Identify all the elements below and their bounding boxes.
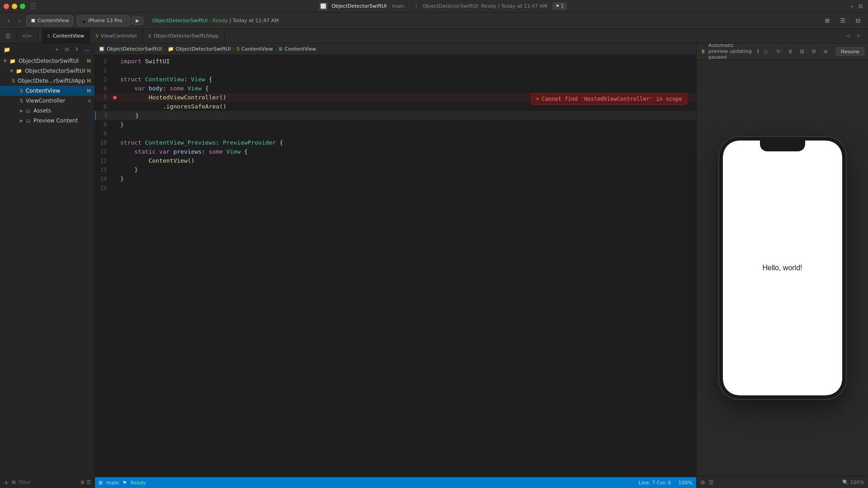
code-line-14: 14 } — [95, 174, 696, 183]
sidebar-add-btn[interactable]: + — [53, 46, 61, 54]
code-container[interactable]: 1 import SwiftUI 2 3 struct ContentView:… — [95, 55, 696, 477]
preview-panel: ⏸ Automatic preview updating paused ℹ ▷ … — [696, 43, 868, 488]
code-line-2: 2 — [95, 66, 696, 75]
resume-button[interactable]: Resume — [836, 47, 864, 56]
preview-list-icon[interactable]: ☰ — [709, 479, 714, 486]
code-line-12: 12 ContentView() — [95, 156, 696, 165]
minimize-button[interactable] — [12, 4, 17, 9]
tree-item-app[interactable]: S ObjectDete...rSwiftUIApp M — [0, 76, 94, 86]
info-icon: ℹ — [757, 48, 759, 54]
more-icon[interactable]: ≡ — [821, 47, 830, 56]
preview-pause-icon: ⏸ — [700, 48, 706, 55]
preview-settings-icon[interactable]: ⚙ — [700, 479, 705, 486]
debug-button[interactable]: ⊟ — [852, 15, 864, 26]
build-status: ObjectDetectorSwiftUI : Ready | Today at… — [152, 18, 279, 23]
collapse-arrow2: ▼ — [10, 69, 13, 73]
tab-app[interactable]: S ObjectDetectorSwiftUIApp — [143, 29, 224, 43]
project-name: ObjectDetectorSwiftUI — [331, 3, 387, 9]
badge-m2: M — [87, 69, 91, 74]
breadcrumb-symbol: ContentView — [284, 46, 316, 52]
code-editor[interactable]: 1 import SwiftUI 2 3 struct ContentView:… — [95, 55, 696, 477]
preview-toolbar: ⏸ Automatic preview updating paused ℹ ▷ … — [697, 43, 868, 60]
breadcrumb-folder-icon: 📁 — [168, 46, 174, 52]
tree-item-objectdetectorsuite[interactable]: ▼ 📁 ObjectDetectorSwiftUI M — [0, 66, 94, 76]
breadcrumb-sep1: › — [164, 46, 165, 52]
preview-icon[interactable]: ▷ — [762, 47, 772, 56]
preview-status: Automatic preview updating paused — [708, 43, 755, 60]
split-view-button[interactable]: ⧉ — [859, 3, 863, 10]
add-file-icon[interactable]: + — [4, 479, 9, 486]
code-line-7: 7 } — [95, 111, 696, 120]
expand-arrow2: ▶ — [20, 118, 23, 123]
badge-m3: M — [87, 79, 91, 84]
assets-icon: 🗂 — [26, 108, 31, 114]
sidebar-toggle[interactable]: ☰ — [0, 29, 17, 43]
breadcrumb: 🔲 ObjectDetectorSwiftUI › 📁 ObjectDetect… — [95, 43, 696, 55]
breadcrumb-proj: ObjectDetectorSwiftUI — [107, 46, 162, 52]
tab-contentview[interactable]: S ContentView — [42, 29, 90, 43]
tree-item-assets[interactable]: ▶ 🗂 Assets — [0, 106, 94, 116]
breadcrumb-file-icon: S — [236, 46, 240, 52]
cursor-position: Line: 7 Col: 6 — [638, 480, 671, 486]
tree-item-contentview[interactable]: S ContentView M — [0, 86, 94, 96]
pause-icon[interactable]: ⏸ — [785, 47, 795, 56]
title-bar: ☰ 🔲 ObjectDetectorSwiftUI › main | Objec… — [0, 0, 868, 13]
tree-item-root[interactable]: ▼ 📁 ObjectDetectorSwiftUI M — [0, 56, 94, 66]
sidebar-filter-btn[interactable]: ⊟ — [63, 46, 71, 54]
tab-viewcontroller[interactable]: S ViewController — [90, 29, 143, 43]
git-icon: ⊞ — [99, 480, 103, 486]
editor-container: 🔲 ObjectDetectorSwiftUI › 📁 ObjectDetect… — [95, 43, 696, 488]
code-view-icon[interactable]: </> — [17, 29, 38, 43]
badge-a: A — [88, 99, 91, 103]
sidebar-header: 📁 + ⊟ ↕ … — [0, 43, 94, 56]
status-right: Line: 7 Col: 6 100% — [638, 480, 693, 486]
status-text: Ready — [131, 480, 146, 486]
title-bar-actions: ＋ ⧉ — [849, 2, 868, 10]
tree-item-preview-content[interactable]: ▶ 🗂 Preview Content — [0, 116, 94, 126]
panel-right-toggle[interactable]: ⊢ — [854, 31, 864, 41]
code-line-3: 3 struct ContentView: View { — [95, 75, 696, 84]
iphone-screen: Hello, world! — [723, 141, 842, 395]
sidebar-folder-icon: 📁 — [4, 47, 10, 53]
library-button[interactable]: ⊞ — [821, 15, 834, 26]
back-button[interactable]: ‹ — [4, 16, 14, 26]
inspect-icon[interactable]: ⊞ — [797, 47, 807, 56]
nav-arrows: ‹ › — [4, 16, 24, 26]
error-circle-icon: ⊗ — [536, 94, 539, 103]
preview-content: Hello, world! — [697, 60, 868, 476]
iphone-notch — [760, 141, 805, 151]
close-button[interactable] — [4, 4, 9, 9]
code-line-8: 8 } — [95, 120, 696, 129]
add-tab-button[interactable]: ＋ — [849, 2, 855, 10]
status-bar: ⊞ main ⚑ Ready Line: 7 Col: 6 100% — [95, 477, 696, 488]
inspector-button[interactable]: ☰ — [836, 15, 849, 26]
filter-label[interactable]: Filter — [19, 479, 31, 485]
maximize-button[interactable] — [20, 4, 25, 9]
swift-file-icon3: S — [20, 98, 23, 104]
sidebar-sort-btn[interactable]: ↕ — [73, 46, 81, 54]
folder-icon2: 📁 — [16, 68, 22, 74]
refresh-icon[interactable]: ↻ — [774, 47, 783, 56]
code-line-4: 4 var body: some View { — [95, 84, 696, 93]
error-indicator: ☰ — [86, 479, 91, 485]
run-button[interactable]: ▶ — [132, 17, 143, 25]
tree-item-viewcontroller[interactable]: S ViewController A — [0, 96, 94, 106]
sidebar-icons: + ⊟ ↕ … — [53, 46, 91, 54]
title-branch: › — [388, 4, 390, 9]
preview-folder-icon: 🗂 — [26, 118, 31, 124]
device-selector[interactable]: 📱 iPhone 13 Pro › — [77, 15, 130, 26]
zoom-level: 100% — [679, 480, 693, 486]
window-controls: ☰ — [0, 2, 36, 10]
file-tabs: ☰ </> S ContentView S ViewController S O… — [0, 29, 868, 43]
filter-icon[interactable]: ⊞ — [12, 479, 16, 485]
sidebar: 📁 + ⊟ ↕ … ▼ 📁 ObjectDetectorSwiftUI M ▼ … — [0, 43, 95, 488]
sidebar-more-btn[interactable]: … — [83, 46, 91, 54]
warning-indicator: ⊞ — [80, 479, 85, 485]
forward-button[interactable]: › — [14, 16, 24, 26]
settings-icon[interactable]: ⚙ — [809, 47, 819, 56]
main-layout: 📁 + ⊟ ↕ … ▼ 📁 ObjectDetectorSwiftUI M ▼ … — [0, 43, 868, 488]
warning-count: ⚑ — [123, 480, 127, 486]
code-line-11: 11 static var previews: some View { — [95, 147, 696, 156]
panel-left-toggle[interactable]: ⊣ — [843, 31, 853, 41]
scheme-selector[interactable]: 🔲 ContentView — [26, 15, 73, 26]
